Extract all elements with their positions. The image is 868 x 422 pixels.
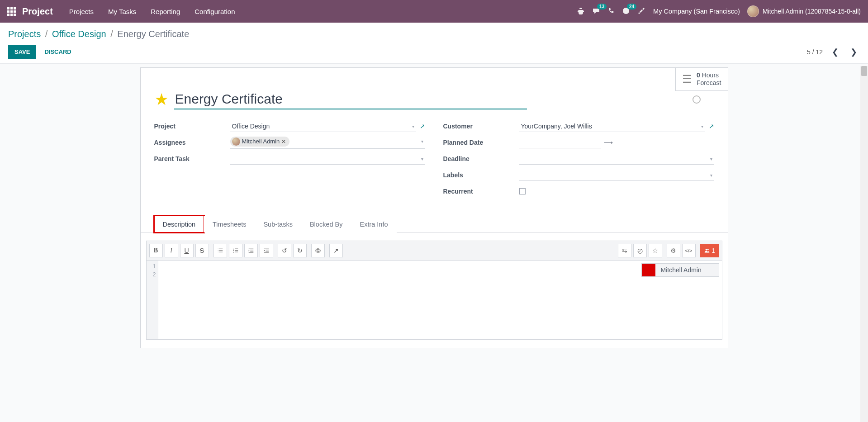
swap-icon[interactable]: ⇆ xyxy=(618,244,631,257)
indent-icon[interactable] xyxy=(260,244,273,257)
bold-button[interactable]: B xyxy=(149,244,163,257)
breadcrumb: Projects / Office Design / Energy Certif… xyxy=(8,29,860,39)
kanban-state-icon[interactable] xyxy=(693,95,701,104)
svg-point-4 xyxy=(707,249,709,250)
messages-icon[interactable]: 13 xyxy=(593,7,600,16)
collab-user-name: Mitchell Admin xyxy=(655,264,719,276)
star-outline-icon[interactable]: ☆ xyxy=(649,244,662,257)
scrollbar-thumb[interactable] xyxy=(861,66,867,76)
planned-end-field[interactable] xyxy=(616,137,697,148)
apps-icon[interactable] xyxy=(7,7,16,16)
breadcrumb-root[interactable]: Projects xyxy=(8,29,41,39)
tab-blockedby[interactable]: Blocked By xyxy=(301,216,351,232)
clock-icon[interactable]: ◴ xyxy=(633,244,647,257)
collab-popup[interactable]: Mitchell Admin xyxy=(641,263,719,277)
tools-icon[interactable] xyxy=(638,7,645,16)
nav-projects[interactable]: Projects xyxy=(64,4,99,19)
project-field[interactable] xyxy=(230,121,416,132)
save-button[interactable]: SAVE xyxy=(8,45,36,59)
undo-icon[interactable]: ↺ xyxy=(278,244,291,257)
pager: 5 / 12 ❮ ❯ xyxy=(807,45,860,59)
tabs: Description Timesheets Sub-tasks Blocked… xyxy=(141,215,728,232)
editor-area: B I U S xyxy=(141,232,728,348)
assignee-chip[interactable]: Mitchell Admin ✕ xyxy=(230,137,290,147)
app-brand[interactable]: Project xyxy=(22,6,53,17)
code-icon[interactable]: </> xyxy=(682,244,696,257)
bug-icon[interactable] xyxy=(577,7,584,16)
company-switcher[interactable]: My Company (San Francisco) xyxy=(653,8,740,15)
editor-content[interactable]: Mitchell Admin xyxy=(158,261,722,339)
external-link-icon[interactable]: ↗ xyxy=(709,123,714,130)
chevron-down-icon: ▾ xyxy=(421,139,423,144)
project-label: Project xyxy=(154,123,230,130)
parent-task-label: Parent Task xyxy=(154,155,230,162)
tab-description[interactable]: Description xyxy=(154,216,204,232)
tab-timesheets[interactable]: Timesheets xyxy=(204,216,255,232)
form-sheet: ☰ 0 Hours Forecast ★ Project ▾ xyxy=(140,67,728,348)
svg-point-1 xyxy=(233,250,234,251)
fullscreen-icon[interactable]: ↗ xyxy=(329,244,343,257)
customer-label: Customer xyxy=(443,123,519,130)
tab-extrainfo[interactable]: Extra Info xyxy=(351,216,396,232)
arrow-right-icon: ⟶ xyxy=(604,139,613,146)
underline-button[interactable]: U xyxy=(180,244,194,257)
editor-body[interactable]: 1 2 Mitchell Admin xyxy=(146,261,722,340)
stat-forecast[interactable]: ☰ 0 Hours Forecast xyxy=(675,68,727,91)
editor-toolbar: B I U S xyxy=(146,241,722,261)
pager-prev-icon[interactable]: ❮ xyxy=(829,45,841,59)
ordered-list-icon[interactable] xyxy=(213,244,227,257)
svg-point-0 xyxy=(233,249,234,250)
nav-reporting[interactable]: Reporting xyxy=(145,4,185,19)
planned-date-label: Planned Date xyxy=(443,139,519,146)
assignee-name: Mitchell Admin xyxy=(242,138,280,145)
line-gutter: 1 2 xyxy=(147,261,158,339)
stat-sub: Forecast xyxy=(697,79,721,86)
priority-star-icon[interactable]: ★ xyxy=(154,90,169,109)
visibility-icon[interactable] xyxy=(311,244,325,257)
gear-icon[interactable]: ⚙ xyxy=(667,244,680,257)
nav-configuration[interactable]: Configuration xyxy=(189,4,240,19)
stat-unit: Hours xyxy=(702,71,719,79)
user-avatar-icon xyxy=(747,5,759,17)
collaborators-button[interactable]: 1 xyxy=(700,244,719,257)
svg-point-3 xyxy=(706,249,707,251)
forecast-bars-icon: ☰ xyxy=(682,74,692,85)
top-navbar: Project Projects My Tasks Reporting Conf… xyxy=(0,0,868,23)
activity-badge: 24 xyxy=(627,4,636,9)
pager-next-icon[interactable]: ❯ xyxy=(848,45,860,59)
remove-assignee-icon[interactable]: ✕ xyxy=(281,138,286,145)
pager-text[interactable]: 5 / 12 xyxy=(807,48,823,56)
planned-start-field[interactable] xyxy=(519,137,601,148)
scrollbar[interactable] xyxy=(860,66,868,348)
task-title-input[interactable] xyxy=(174,90,527,109)
activity-icon[interactable]: 24 xyxy=(622,7,630,16)
assignee-avatar-icon xyxy=(232,138,240,146)
phone-icon[interactable] xyxy=(608,8,614,15)
external-link-icon[interactable]: ↗ xyxy=(420,123,425,130)
stat-count: 0 xyxy=(697,71,700,79)
svg-point-2 xyxy=(233,252,234,253)
messages-badge: 13 xyxy=(597,4,607,9)
recurrent-checkbox[interactable] xyxy=(519,188,526,194)
parent-task-field[interactable] xyxy=(230,153,425,165)
deadline-label: Deadline xyxy=(443,155,519,162)
collab-color-swatch xyxy=(642,264,655,276)
collab-count: 1 xyxy=(711,247,715,254)
customer-field[interactable] xyxy=(519,121,705,132)
deadline-field[interactable] xyxy=(519,153,714,165)
strike-button[interactable]: S xyxy=(195,244,209,257)
tab-subtasks[interactable]: Sub-tasks xyxy=(255,216,301,232)
breadcrumb-current: Energy Certificate xyxy=(117,29,189,39)
outdent-icon[interactable] xyxy=(244,244,258,257)
labels-field[interactable] xyxy=(519,170,714,181)
control-bar: Projects / Office Design / Energy Certif… xyxy=(0,23,868,64)
nav-mytasks[interactable]: My Tasks xyxy=(103,4,142,19)
user-menu[interactable]: Mitchell Admin (12087854-15-0-all) xyxy=(747,5,861,17)
redo-icon[interactable]: ↻ xyxy=(293,244,307,257)
unordered-list-icon[interactable] xyxy=(229,244,242,257)
breadcrumb-parent[interactable]: Office Design xyxy=(52,29,106,39)
recurrent-label: Recurrent xyxy=(443,188,519,195)
italic-button[interactable]: I xyxy=(165,244,178,257)
discard-button[interactable]: DISCARD xyxy=(44,48,71,55)
systray: 13 24 xyxy=(577,7,645,16)
